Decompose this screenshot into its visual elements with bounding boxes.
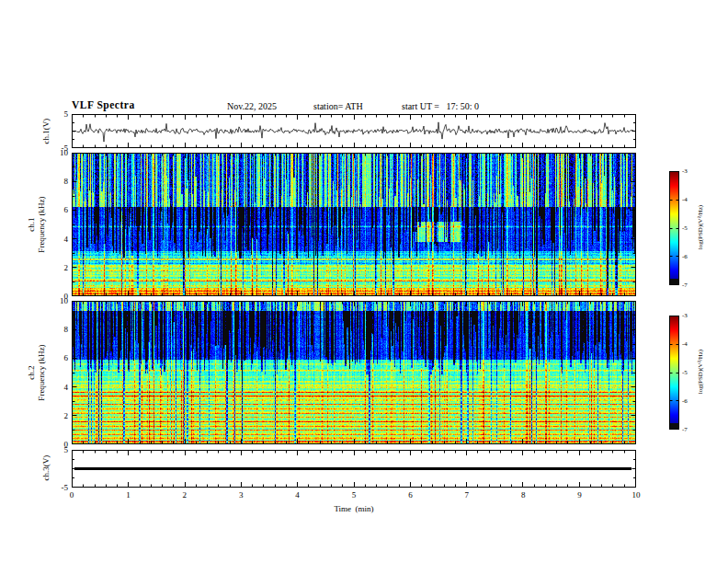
ch1-wave-y-tick-label: -5 (46, 144, 68, 153)
colorbar1-label: log(PSD)(V²/Hz) (697, 177, 704, 278)
station-label: station= ATH (313, 101, 363, 111)
ch1-spec-y-tick-label: 4 (46, 235, 68, 244)
colorbar1-tick-label: -4 (682, 196, 688, 203)
colorbar2-tick-label: -7 (682, 426, 688, 433)
x-tick-label: 5 (345, 490, 363, 500)
colorbar2-tick-label: -5 (682, 369, 688, 376)
ch1-colorbar (669, 171, 679, 285)
x-tick-label: 8 (514, 490, 532, 500)
x-tick-label: 1 (119, 490, 137, 500)
x-tick-label: 2 (176, 490, 194, 500)
ch1-spec-y-tick-label: 6 (46, 205, 68, 214)
ch2-spectrogram-plot (72, 301, 636, 444)
ch1-wave-y-tick-label: 5 (46, 109, 68, 119)
vlf-spectra-figure: VLF Spectra Nov.22, 2025 station= ATH st… (0, 0, 728, 563)
colorbar1-tick-label: -3 (682, 167, 688, 175)
date-label: Nov.22, 2025 (227, 101, 277, 111)
colorbar2-tick-label: -4 (682, 340, 688, 348)
ch3-wave-y-tick-label: 5 (46, 445, 68, 454)
x-tick-label: 7 (458, 490, 476, 500)
colorbar1-tick-label: -7 (682, 282, 688, 289)
figure-title: VLF Spectra (72, 99, 135, 110)
x-tick-label: 9 (571, 490, 589, 500)
start-ut-label: start UT = 17: 50: 0 (402, 101, 479, 111)
ch3-waveform-plot (72, 450, 636, 488)
ch1-waveform-plot (72, 114, 636, 148)
ch2-spec-y-tick-label: 4 (46, 383, 68, 392)
ch2-spec-y-tick-label: 2 (46, 411, 68, 420)
colorbar2-label: log(PSD)(V²/Hz) (697, 321, 704, 422)
ch3-wave-y-tick-label: -5 (46, 483, 68, 492)
ch2-spec-y-tick-label: 10 (46, 296, 68, 305)
ch1-spec-y-tick-label: 2 (46, 263, 68, 272)
ch1-spectrogram-plot (72, 153, 636, 296)
ch2-axis-channel-label: ch.2 (27, 304, 37, 442)
ch2-frequency-axis-label: ch.2 Frequency (kHz) (27, 304, 47, 442)
x-tick-label: 10 (627, 490, 645, 500)
ch2-spec-y-tick-label: 8 (46, 325, 68, 334)
colorbar2-tick-label: -6 (682, 397, 688, 405)
ch1-spec-y-tick-label: 8 (46, 177, 68, 186)
ch2-colorbar (669, 316, 679, 430)
ch1-axis-channel-label: ch.1 (27, 155, 37, 293)
x-axis-label: Time (min) (308, 504, 400, 513)
x-tick-label: 3 (232, 490, 250, 500)
colorbar2-tick-label: -3 (682, 312, 688, 319)
colorbar1-tick-label: -6 (682, 253, 688, 260)
x-tick-label: 4 (289, 490, 307, 500)
ch1-frequency-axis-label: ch.1 Frequency (kHz) (27, 155, 47, 293)
ch2-spec-y-tick-label: 6 (46, 353, 68, 362)
colorbar1-tick-label: -5 (682, 224, 688, 232)
x-tick-label: 6 (401, 490, 419, 500)
